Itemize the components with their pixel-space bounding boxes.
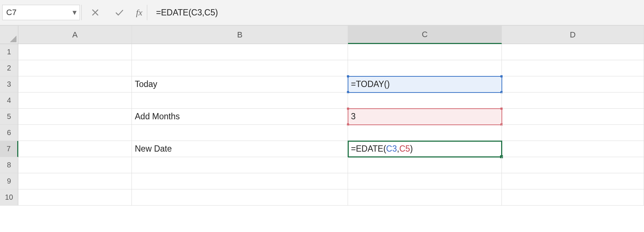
range-handle-icon[interactable] [347, 108, 349, 110]
cell-D5[interactable] [502, 109, 644, 125]
cell-A1[interactable] [18, 44, 132, 60]
row-header-5[interactable]: 5 [0, 109, 18, 125]
row-9 [18, 173, 644, 189]
cell-B6[interactable] [132, 125, 348, 141]
formula-segment: =EDATE( [351, 144, 386, 154]
cell-C6[interactable] [348, 125, 502, 141]
cell-C3-value: =TODAY() [351, 79, 390, 89]
cell-C4[interactable] [348, 93, 502, 109]
cell-A10[interactable] [18, 189, 132, 206]
cell-D7[interactable] [502, 141, 644, 157]
row-7: New Date =EDATE(C3,C5) [18, 141, 644, 157]
cell-A3[interactable] [18, 76, 132, 93]
cell-B9[interactable] [132, 173, 348, 189]
cell-A5[interactable] [18, 109, 132, 125]
cell-A6[interactable] [18, 125, 132, 141]
formula-input[interactable]: =EDATE(C3,C5) [147, 5, 642, 20]
col-header-A[interactable]: A [18, 26, 132, 44]
cell-C5-value: 3 [351, 112, 356, 122]
row-header-8[interactable]: 8 [0, 157, 18, 173]
row-2 [18, 60, 644, 76]
cell-area: A B C D Today =TODAY() [18, 26, 644, 206]
cell-A7[interactable] [18, 141, 132, 157]
cell-D8[interactable] [502, 157, 644, 173]
cell-D6[interactable] [502, 125, 644, 141]
cell-D3[interactable] [502, 76, 644, 93]
row-3: Today =TODAY() [18, 76, 644, 93]
row-header-3[interactable]: 3 [0, 76, 18, 93]
cell-A2[interactable] [18, 60, 132, 76]
cell-C7[interactable]: =EDATE(C3,C5) [348, 141, 502, 157]
col-header-D[interactable]: D [502, 26, 644, 44]
cell-C5[interactable]: 3 [348, 109, 502, 125]
cell-B2[interactable] [132, 60, 348, 76]
row-header-1[interactable]: 1 [0, 44, 18, 60]
name-box-value: C7 [6, 8, 16, 17]
cancel-icon[interactable] [88, 5, 103, 20]
formula-ref-blue: C3 [386, 144, 397, 154]
column-headers: A B C D [18, 26, 644, 44]
cell-D9[interactable] [502, 173, 644, 189]
cell-C2[interactable] [348, 60, 502, 76]
col-header-B[interactable]: B [132, 26, 348, 44]
row-10 [18, 189, 644, 206]
formula-segment: ) [410, 144, 413, 154]
cell-C3[interactable]: =TODAY() [348, 76, 502, 93]
spreadsheet-grid: 1 2 3 4 5 6 7 8 9 10 A B C D [0, 26, 644, 206]
fx-icon[interactable]: fx [132, 8, 147, 18]
cell-C8[interactable] [348, 157, 502, 173]
cell-B3[interactable]: Today [132, 76, 348, 93]
cell-C1[interactable] [348, 44, 502, 60]
cell-B10[interactable] [132, 189, 348, 206]
enter-icon[interactable] [112, 5, 127, 20]
row-1 [18, 44, 644, 60]
select-all-corner[interactable] [0, 26, 18, 44]
cell-B7[interactable]: New Date [132, 141, 348, 157]
row-6 [18, 125, 644, 141]
cell-B8[interactable] [132, 157, 348, 173]
cell-D2[interactable] [502, 60, 644, 76]
row-headers: 1 2 3 4 5 6 7 8 9 10 [0, 26, 18, 206]
dropdown-icon[interactable]: ▾ [73, 8, 77, 17]
cell-C10[interactable] [348, 189, 502, 206]
row-header-9[interactable]: 9 [0, 173, 18, 189]
col-header-C[interactable]: C [348, 26, 502, 44]
cell-B4[interactable] [132, 93, 348, 109]
cell-D10[interactable] [502, 189, 644, 206]
formula-text: =EDATE(C3,C5) [156, 8, 218, 18]
cell-A8[interactable] [18, 157, 132, 173]
cell-B5[interactable]: Add Months [132, 109, 348, 125]
cell-A9[interactable] [18, 173, 132, 189]
cell-D4[interactable] [502, 93, 644, 109]
row-header-7[interactable]: 7 [0, 141, 18, 157]
formula-ref-red: C5 [399, 144, 410, 154]
cell-A4[interactable] [18, 93, 132, 109]
row-header-2[interactable]: 2 [0, 60, 18, 76]
row-header-10[interactable]: 10 [0, 189, 18, 206]
row-4 [18, 93, 644, 109]
cell-C9[interactable] [348, 173, 502, 189]
cell-D1[interactable] [502, 44, 644, 60]
range-handle-icon[interactable] [347, 75, 349, 77]
formula-bar: C7 ▾ fx =EDATE(C3,C5) [0, 0, 644, 26]
row-header-6[interactable]: 6 [0, 125, 18, 141]
row-8 [18, 157, 644, 173]
separator [81, 5, 82, 20]
name-box[interactable]: C7 ▾ [2, 5, 80, 20]
row-header-4[interactable]: 4 [0, 93, 18, 109]
cell-B1[interactable] [132, 44, 348, 60]
row-5: Add Months 3 [18, 109, 644, 125]
